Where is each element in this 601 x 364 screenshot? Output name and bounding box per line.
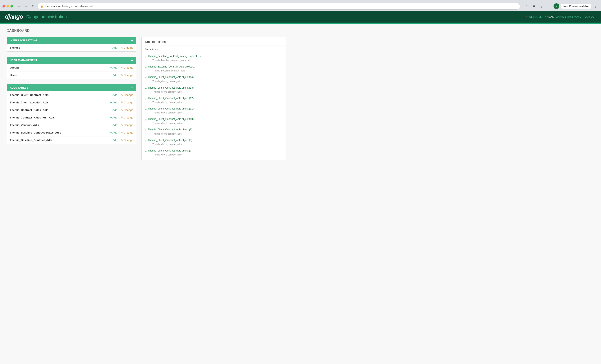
recent-action-model-9: Themis_client_contract_adls	[145, 143, 282, 147]
change-baseline-contract-rates-adls-button[interactable]: ✎ Change	[121, 131, 133, 134]
add-icon: +	[145, 76, 147, 80]
lock-icon: 🔒	[40, 5, 43, 8]
recent-action-label-6: Themis_Client_Contract_Adls object (11)	[148, 107, 194, 110]
row-label-contract-rates-full-adls: Themis_Contract_Rates_Full_Adls	[10, 116, 55, 119]
recent-action-label-4: Themis_Client_Contract_Adls object (13)	[148, 86, 194, 90]
change-themes-button[interactable]: ✎ Change	[121, 46, 133, 49]
row-label-contract-rates-adls: Themis_Contract_Rates_Adls	[10, 108, 48, 112]
right-column: Recent actions My actions + Themis_Basel…	[141, 37, 286, 160]
maximize-button[interactable]	[10, 5, 13, 8]
table-row: Themis_Client_Contract_Adls + Add ✎ Chan…	[7, 91, 136, 99]
section-body-adls-tables: Themis_Client_Contract_Adls + Add ✎ Chan…	[7, 91, 136, 144]
notification-close-button[interactable]: ⋮	[593, 3, 599, 9]
change-baseline-contract-adls-button[interactable]: ✎ Change	[121, 138, 133, 142]
add-baseline-contract-rates-adls-button[interactable]: + Add	[110, 131, 117, 134]
recent-action-link-6[interactable]: + Themis_Client_Contract_Adls object (11…	[145, 107, 282, 111]
extensions-button[interactable]: ■	[531, 3, 537, 9]
add-vendors-adls-button[interactable]: + Add	[110, 124, 117, 127]
add-groups-button[interactable]: + Add	[110, 66, 117, 69]
menu-button[interactable]: ⋮	[539, 3, 544, 9]
row-label-baseline-contract-rates-adls: Themis_Baseline_Contract_Rates_Adls	[10, 131, 61, 134]
section-header-user-management[interactable]: USER MANAGEMENT −	[7, 57, 136, 64]
recent-action-link-8[interactable]: + Themis_Client_Contract_Adls object (9)	[145, 128, 282, 132]
section-body-interface-setting: Themes + Add ✎ Change	[7, 44, 136, 51]
recent-action-label-5: Themis_Client_Contract_Adls object (12)	[148, 97, 194, 100]
add-contract-rates-adls-button[interactable]: + Add	[110, 108, 117, 112]
add-baseline-contract-adls-button[interactable]: + Add	[110, 138, 117, 142]
list-item: + Themis_Client_Contract_Adls object (14…	[141, 74, 286, 85]
row-label-vendors-adls: Themis_Vendors_Adls	[10, 124, 39, 127]
list-item: + Themis_Client_Contract_Adls object (8)…	[141, 138, 286, 148]
add-client-contract-adls-button[interactable]: + Add	[110, 93, 117, 97]
recent-action-label-7: Themis_Client_Contract_Adls object (10)	[148, 118, 194, 121]
recent-action-model-10: Themis_client_contract_adls	[145, 153, 282, 157]
recent-action-link-9[interactable]: + Themis_Client_Contract_Adls object (8)	[145, 139, 282, 143]
welcome-prefix: WELCOME,	[529, 15, 543, 18]
admin-header-right: ● WELCOME, AHSAN CHANGE PASSWORD / LOG O…	[526, 15, 596, 18]
row-actions-contract-rates-full-adls: + Add ✎ Change	[110, 116, 133, 119]
change-client-contract-adls-button[interactable]: ✎ Change	[121, 93, 133, 97]
change-vendors-adls-button[interactable]: ✎ Change	[121, 124, 133, 127]
row-label-baseline-contract-adls: Themis_Baseline_Contract_Adls	[10, 138, 52, 142]
browser-actions: ☆ ■ ⋮ ↓ N New Chrome available ⋮	[523, 3, 599, 9]
add-contract-rates-full-adls-button[interactable]: + Add	[110, 116, 117, 119]
recent-actions-panel: Recent actions My actions + Themis_Basel…	[141, 37, 286, 160]
recent-action-link-10[interactable]: + Themis_Client_Contract_Adls object (7)	[145, 149, 282, 153]
recent-action-label-2: Themis_Baseline_Contract_Adls object (1)	[148, 65, 195, 69]
add-icon: +	[145, 118, 147, 122]
add-users-button[interactable]: + Add	[110, 74, 117, 77]
add-icon: +	[145, 87, 147, 90]
profile-button[interactable]: N	[553, 3, 559, 9]
download-button[interactable]: ↓	[546, 3, 552, 9]
add-client-location-adls-button[interactable]: + Add	[110, 101, 117, 104]
change-users-button[interactable]: ✎ Change	[121, 74, 133, 77]
recent-action-label-3: Themis_Client_Contract_Adls object (14)	[148, 76, 194, 79]
traffic-lights	[2, 5, 13, 8]
row-label-client-contract-adls: Themis_Client_Contract_Adls	[10, 93, 49, 97]
recent-action-model-1: Themis_baseline_contract_rates_adls	[145, 59, 282, 63]
minimize-button[interactable]	[7, 5, 9, 8]
recent-action-model-3: Themis_client_contract_adls	[145, 80, 282, 84]
recent-action-model-8: Themis_client_contract_adls	[145, 132, 282, 136]
back-button[interactable]: ←	[17, 3, 22, 9]
close-button[interactable]	[2, 5, 5, 8]
add-icon: +	[145, 97, 147, 101]
change-password-link[interactable]: CHANGE PASSWORD	[556, 15, 581, 18]
change-client-location-adls-button[interactable]: ✎ Change	[121, 101, 133, 104]
change-contract-rates-adls-button[interactable]: ✎ Change	[121, 108, 133, 112]
change-contract-rates-full-adls-button[interactable]: ✎ Change	[121, 116, 133, 119]
list-item: + Themis_Client_Contract_Adls object (7)…	[141, 148, 286, 158]
recent-action-link-1[interactable]: + Themis_Baseline_Contract_Rates_... obj…	[145, 55, 282, 59]
admin-header: django Django administration ● WELCOME, …	[0, 11, 601, 23]
section-header-interface-setting[interactable]: INTERFACE SETTING −	[7, 37, 136, 44]
recent-action-model-7: Themis_client_contract_adls	[145, 122, 282, 126]
url-text: thethemispurchasing.azurewebsites.net	[45, 5, 93, 8]
admin-title: Django administration	[26, 14, 67, 19]
logout-link[interactable]: LOG OUT	[585, 15, 596, 18]
list-item: + Themis_Client_Contract_Adls object (12…	[141, 96, 286, 106]
list-item: + Themis_Client_Contract_Adls object (9)…	[141, 127, 286, 137]
table-row: Themis_Baseline_Contract_Rates_Adls + Ad…	[7, 129, 136, 137]
section-header-adls-tables[interactable]: ADLS TABLES −	[7, 84, 136, 91]
chrome-notification: New Chrome available	[561, 4, 591, 9]
recent-action-link-2[interactable]: + Themis_Baseline_Contract_Adls object (…	[145, 65, 282, 69]
collapse-icon-user-management: −	[131, 59, 133, 62]
recent-action-link-3[interactable]: + Themis_Client_Contract_Adls object (14…	[145, 76, 282, 80]
add-icon: +	[145, 55, 147, 59]
recent-actions-title: Recent actions	[141, 37, 286, 46]
section-adls-tables: ADLS TABLES − Themis_Client_Contract_Adl…	[7, 84, 136, 144]
recent-action-model-6: Themis_client_contract_adls	[145, 111, 282, 115]
recent-action-link-5[interactable]: + Themis_Client_Contract_Adls object (12…	[145, 97, 282, 101]
reload-button[interactable]: ↻	[30, 3, 36, 9]
address-bar[interactable]: 🔒 thethemispurchasing.azurewebsites.net	[37, 3, 520, 10]
table-row: Themes + Add ✎ Change	[7, 44, 136, 51]
change-groups-button[interactable]: ✎ Change	[121, 66, 133, 69]
forward-button[interactable]: →	[23, 3, 29, 9]
row-actions-client-contract-adls: + Add ✎ Change	[110, 93, 133, 97]
add-themes-button[interactable]: + Add	[110, 46, 117, 49]
bookmark-button[interactable]: ☆	[523, 3, 529, 9]
recent-action-link-4[interactable]: + Themis_Client_Contract_Adls object (13…	[145, 86, 282, 90]
recent-action-model-2: Themis_baseline_contract_adls	[145, 69, 282, 73]
section-title-interface-setting: INTERFACE SETTING	[10, 39, 37, 42]
recent-action-link-7[interactable]: + Themis_Client_Contract_Adls object (10…	[145, 118, 282, 122]
